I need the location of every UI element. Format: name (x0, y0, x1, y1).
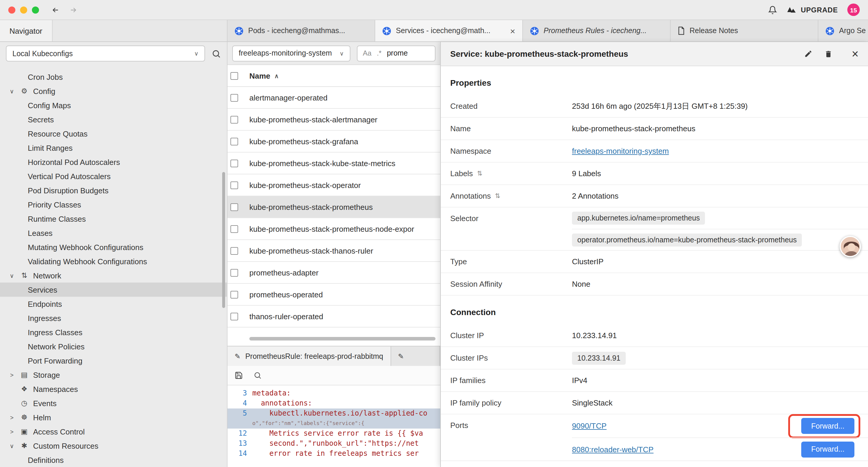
tab-pods-icecheng-mathmas[interactable]: Pods - icecheng@mathmas... (227, 20, 375, 41)
namespace-link[interactable]: freeleaps-monitoring-system (572, 147, 868, 155)
table-row[interactable]: kube-prometheus-stack-thanos-ruler (227, 240, 440, 262)
forward-button[interactable]: Forward... (801, 418, 855, 434)
sidebar-item-resource-quotas[interactable]: Resource Quotas (0, 126, 227, 141)
close-icon[interactable]: × (852, 48, 859, 60)
editor-tab-prometheusrule[interactable]: ✎ PrometheusRule: freeleaps-prod-rabbitm… (227, 346, 391, 366)
chevron-right-icon[interactable]: > (8, 414, 16, 420)
chevron-right-icon[interactable]: > (8, 372, 16, 378)
sidebar-item-config[interactable]: ∨⚙Config (0, 84, 227, 98)
delete-button[interactable] (825, 49, 833, 58)
sidebar-scrollbar[interactable] (222, 172, 225, 308)
sidebar-item-namespaces[interactable]: ❖Namespaces (0, 382, 227, 396)
chevron-down-icon[interactable]: ∨ (8, 272, 16, 279)
sidebar-item-leases[interactable]: Leases (0, 226, 227, 240)
row-checkbox[interactable] (230, 116, 238, 123)
table-row[interactable]: prometheus-adapter (227, 262, 440, 284)
row-checkbox[interactable] (230, 291, 238, 298)
table-row[interactable]: kube-prometheus-stack-operator (227, 174, 440, 196)
sidebar-item-mutating-webhook-configurations[interactable]: Mutating Webhook Configurations (0, 240, 227, 254)
forward-icon[interactable] (68, 6, 78, 14)
back-icon[interactable] (51, 6, 60, 14)
sidebar-item-runtime-classes[interactable]: Runtime Classes (0, 212, 227, 226)
sidebar-item-endpoints[interactable]: Endpoints (0, 297, 227, 311)
table-row[interactable]: kube-prometheus-stack-alertmanager (227, 109, 440, 130)
sidebar-item-custom-resources[interactable]: ∨✱Custom Resources (0, 439, 227, 453)
row-checkbox[interactable] (230, 138, 238, 145)
row-checkbox[interactable] (230, 181, 238, 189)
sidebar-item-validating-webhook-configurations[interactable]: Validating Webhook Configurations (0, 254, 227, 268)
port-link[interactable]: 8080:reloader-web/TCP (572, 445, 653, 454)
table-row[interactable]: kube-prometheus-stack-kube-state-metrics (227, 152, 440, 174)
sidebar-item-cron-jobs[interactable]: Cron Jobs (0, 70, 227, 84)
sidebar-item-events[interactable]: ◷Events (0, 396, 227, 410)
sidebar-item-config-maps[interactable]: Config Maps (0, 98, 227, 112)
sidebar-item-ingress-classes[interactable]: Ingress Classes (0, 325, 227, 339)
regex-toggle[interactable]: .* (377, 49, 381, 57)
tab-services-icecheng-math[interactable]: Services - icecheng@math...× (375, 20, 523, 41)
row-checkbox[interactable] (230, 269, 238, 276)
port-link[interactable]: 9090/TCP (572, 421, 607, 430)
horizontal-scrollbar[interactable] (249, 337, 435, 341)
forward-button[interactable]: Forward... (801, 441, 855, 457)
code-editor[interactable]: 3metadata:4 annotations:5 kubectl.kubern… (227, 385, 440, 467)
sidebar-item-horizontal-pod-autoscalers[interactable]: Horizontal Pod Autoscalers (0, 155, 227, 169)
close-window-button[interactable] (8, 6, 16, 13)
tab-release-notes[interactable]: Release Notes (671, 20, 818, 41)
sidebar-item-ingresses[interactable]: Ingresses (0, 311, 227, 325)
namespace-selector[interactable]: freeleaps-monitoring-system ∨ (232, 45, 350, 61)
row-checkbox[interactable] (230, 94, 238, 101)
edit-icon: ✎ (235, 352, 241, 360)
save-icon[interactable] (235, 371, 243, 380)
sidebar-item-priority-classes[interactable]: Priority Classes (0, 198, 227, 212)
minimize-window-button[interactable] (20, 6, 27, 13)
close-tab-icon[interactable]: × (510, 26, 515, 36)
zoom-window-button[interactable] (32, 6, 39, 13)
search-icon[interactable] (253, 371, 262, 380)
table-row[interactable]: kube-prometheus-stack-prometheus (227, 196, 440, 218)
row-checkbox[interactable] (230, 247, 238, 255)
row-checkbox[interactable] (230, 159, 238, 167)
search-icon[interactable] (212, 49, 221, 58)
sidebar-item-storage[interactable]: >▤Storage (0, 368, 227, 382)
sidebar-item-secrets[interactable]: Secrets (0, 112, 227, 126)
sidebar-item-label: Config (33, 87, 55, 95)
upgrade-button[interactable]: UPGRADE (786, 6, 838, 14)
sort-toggle-icon[interactable]: ⇅ (495, 192, 500, 200)
sidebar-item-network-policies[interactable]: Network Policies (0, 339, 227, 353)
row-checkbox[interactable] (230, 313, 238, 320)
sidebar-item-port-forwarding[interactable]: Port Forwarding (0, 353, 227, 368)
chevron-down-icon[interactable]: ∨ (8, 88, 16, 94)
table-row[interactable]: kube-prometheus-stack-prometheus-node-ex… (227, 218, 440, 240)
avatar[interactable] (840, 236, 861, 257)
notifications-bell-icon[interactable] (768, 5, 777, 14)
sort-toggle-icon[interactable]: ⇅ (477, 170, 483, 177)
table-row[interactable]: kube-prometheus-stack-grafana (227, 130, 440, 152)
tab-argo-se[interactable]: Argo Se (818, 20, 868, 41)
sidebar-item-vertical-pod-autoscalers[interactable]: Vertical Pod Autoscalers (0, 169, 227, 183)
sidebar-item-network[interactable]: ∨⇅Network (0, 268, 227, 283)
sidebar-item-limit-ranges[interactable]: Limit Ranges (0, 141, 227, 155)
table-row[interactable]: prometheus-operated (227, 284, 440, 305)
match-case-toggle[interactable]: Aa (363, 49, 371, 57)
tab-prometheus-rules-icecheng[interactable]: Prometheus Rules - icecheng... (523, 20, 671, 41)
row-checkbox[interactable] (230, 203, 238, 211)
table-row[interactable]: alertmanager-operated (227, 87, 440, 109)
sidebar-item-label: Ingress Classes (28, 328, 83, 337)
sidebar-item-services[interactable]: Services (0, 283, 227, 297)
sidebar-item-helm[interactable]: >☸Helm (0, 410, 227, 425)
property-value: 2 Annotations (572, 192, 868, 200)
edit-button[interactable] (804, 50, 813, 58)
row-checkbox[interactable] (230, 225, 238, 233)
sidebar-item-definitions[interactable]: Definitions (0, 453, 227, 467)
sidebar-item-access-control[interactable]: >▣Access Control (0, 425, 227, 439)
kubeconfig-selector[interactable]: Local Kubeconfigs ∨ (6, 46, 205, 61)
chevron-right-icon[interactable]: > (8, 428, 16, 435)
select-all-checkbox[interactable] (230, 72, 238, 80)
editor-tab-partial[interactable]: ✎ (391, 346, 440, 366)
chevron-down-icon[interactable]: ∨ (8, 442, 16, 449)
search-input[interactable]: Aa .* prome (357, 45, 435, 61)
sidebar-item-pod-disruption-budgets[interactable]: Pod Disruption Budgets (0, 183, 227, 198)
notification-count-badge[interactable]: 15 (847, 4, 860, 16)
name-column-header[interactable]: Name ∧ (249, 71, 279, 80)
table-row[interactable]: thanos-ruler-operated (227, 305, 440, 327)
